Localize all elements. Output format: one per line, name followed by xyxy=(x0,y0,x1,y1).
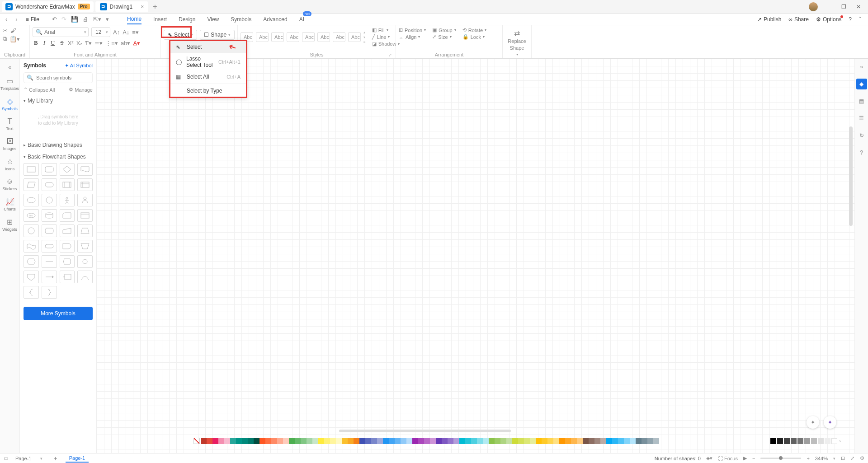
nav-back-icon[interactable]: ‹ xyxy=(4,15,9,23)
style-swatch[interactable]: Abc xyxy=(348,32,361,42)
color-swatch[interactable] xyxy=(254,438,259,444)
gray-swatch[interactable] xyxy=(784,438,790,444)
color-swatch[interactable] xyxy=(336,438,342,444)
float-magic-button[interactable]: ✦ xyxy=(824,416,836,429)
color-swatch[interactable] xyxy=(512,438,518,444)
shape-pill[interactable] xyxy=(42,240,57,253)
vertical-scrollbar[interactable] xyxy=(849,126,853,226)
user-avatar[interactable] xyxy=(809,2,818,11)
shape-circle[interactable] xyxy=(42,194,57,206)
color-swatch[interactable] xyxy=(236,438,242,444)
color-swatch[interactable] xyxy=(500,438,506,444)
color-swatch[interactable] xyxy=(312,438,318,444)
color-swatch[interactable] xyxy=(565,438,571,444)
style-swatch[interactable]: Abc xyxy=(302,32,315,42)
color-swatch[interactable] xyxy=(395,438,401,444)
fit-page-icon[interactable]: ⊡ xyxy=(841,455,845,461)
style-scroll-up-icon[interactable]: ▴ xyxy=(363,30,366,34)
shape-card[interactable] xyxy=(60,209,75,222)
copy-icon[interactable]: ⧉ xyxy=(3,35,7,42)
float-ai-button[interactable]: ✦ xyxy=(807,416,819,429)
color-swatch[interactable] xyxy=(589,438,594,444)
color-swatch[interactable] xyxy=(559,438,565,444)
tab-advanced[interactable]: Advanced xyxy=(263,15,287,24)
right-rail-theme[interactable]: ◆ xyxy=(856,79,867,89)
color-swatch[interactable] xyxy=(453,438,459,444)
gray-swatch[interactable] xyxy=(791,438,797,444)
color-swatch[interactable] xyxy=(630,438,636,444)
italic-button[interactable]: I xyxy=(42,38,47,47)
rotate-button[interactable]: ⟲Rotate▾ xyxy=(462,27,486,33)
lock-button[interactable]: 🔒Lock▾ xyxy=(462,34,486,40)
color-swatch[interactable] xyxy=(518,438,524,444)
symbol-search-input[interactable] xyxy=(36,75,90,80)
tab-view[interactable]: View xyxy=(207,15,219,24)
rail-text[interactable]: TText xyxy=(0,115,19,134)
color-swatch[interactable] xyxy=(295,438,301,444)
color-swatch[interactable] xyxy=(277,438,283,444)
color-swatch[interactable] xyxy=(553,438,559,444)
color-swatch[interactable] xyxy=(365,438,371,444)
format-painter-icon[interactable]: 🖌 xyxy=(10,27,16,34)
shape-arrow-line[interactable] xyxy=(42,271,57,283)
presentation-icon[interactable]: ▶ xyxy=(743,455,747,461)
rail-widgets[interactable]: ⊞Widgets xyxy=(0,215,19,234)
shape-hexagon[interactable] xyxy=(24,255,39,268)
page-select[interactable]: Page-1▾ xyxy=(13,455,45,462)
library-drop-zone[interactable]: , Drag symbols hereto add to My Library xyxy=(24,107,93,133)
shape-tool-button[interactable]: ☐ Shape ▾ xyxy=(200,30,235,40)
color-swatch[interactable] xyxy=(359,438,365,444)
app-tab[interactable]: ⊃ Wondershare EdrawMax Pro xyxy=(2,1,94,12)
canvas[interactable]: ✦ ✦ › xyxy=(97,59,854,453)
chevron-down-icon[interactable]: ▾ xyxy=(833,456,835,461)
color-swatch[interactable] xyxy=(653,438,659,444)
style-gallery-icon[interactable]: ≡ xyxy=(363,40,366,44)
maximize-button[interactable]: ❐ xyxy=(840,2,848,12)
style-swatch[interactable]: Abc xyxy=(333,32,345,42)
color-swatch[interactable] xyxy=(301,438,307,444)
align-icon[interactable]: ≡▾ xyxy=(132,29,139,36)
color-swatch[interactable] xyxy=(230,438,236,444)
qat-more-icon[interactable]: ▾ xyxy=(106,16,109,23)
close-tab-icon[interactable]: × xyxy=(141,4,144,10)
color-swatch[interactable] xyxy=(600,438,606,444)
color-swatch[interactable] xyxy=(354,438,359,444)
shape-circle-small[interactable] xyxy=(77,255,93,268)
tab-design[interactable]: Design xyxy=(179,15,195,24)
color-swatch[interactable] xyxy=(542,438,547,444)
paste-icon[interactable]: 📋▾ xyxy=(9,36,20,42)
file-menu[interactable]: ≡File xyxy=(24,15,41,23)
options-button[interactable]: ⚙Options xyxy=(816,16,841,23)
shape-decision-yn[interactable]: Yes xyxy=(24,209,39,222)
color-swatch[interactable] xyxy=(201,438,207,444)
shape-connector[interactable] xyxy=(24,224,39,237)
align-button[interactable]: ⫠Align▾ xyxy=(399,34,426,40)
tab-home[interactable]: Home xyxy=(127,14,142,24)
close-window-button[interactable]: ✕ xyxy=(854,2,863,12)
color-swatch[interactable] xyxy=(330,438,336,444)
shape-person[interactable] xyxy=(77,194,93,206)
right-rail-layers[interactable]: ☰ xyxy=(856,113,867,124)
shape-brace-left[interactable] xyxy=(24,286,39,299)
shape-trapezoid[interactable] xyxy=(77,224,93,237)
color-swatch[interactable] xyxy=(259,438,265,444)
color-swatch[interactable] xyxy=(459,438,465,444)
color-more-icon[interactable]: › xyxy=(839,438,841,444)
share-button[interactable]: ∞Share xyxy=(788,16,809,23)
right-rail-page[interactable]: ▤ xyxy=(856,96,867,107)
zoom-thumb[interactable] xyxy=(779,456,783,460)
color-swatch[interactable] xyxy=(248,438,254,444)
color-swatch[interactable] xyxy=(242,438,248,444)
color-swatch[interactable] xyxy=(318,438,324,444)
shape-stored-data[interactable] xyxy=(60,255,75,268)
color-swatch[interactable] xyxy=(371,438,377,444)
color-swatch[interactable] xyxy=(465,438,471,444)
color-swatch[interactable] xyxy=(495,438,500,444)
pages-overview-icon[interactable]: ▭ xyxy=(4,455,8,461)
add-tab-button[interactable]: + xyxy=(153,3,157,11)
color-swatch[interactable] xyxy=(612,438,618,444)
tab-ai[interactable]: AIhot xyxy=(299,15,304,24)
style-swatch[interactable]: Abc xyxy=(256,32,269,42)
shape-annotation[interactable] xyxy=(60,271,75,283)
tab-insert[interactable]: Insert xyxy=(153,15,167,24)
